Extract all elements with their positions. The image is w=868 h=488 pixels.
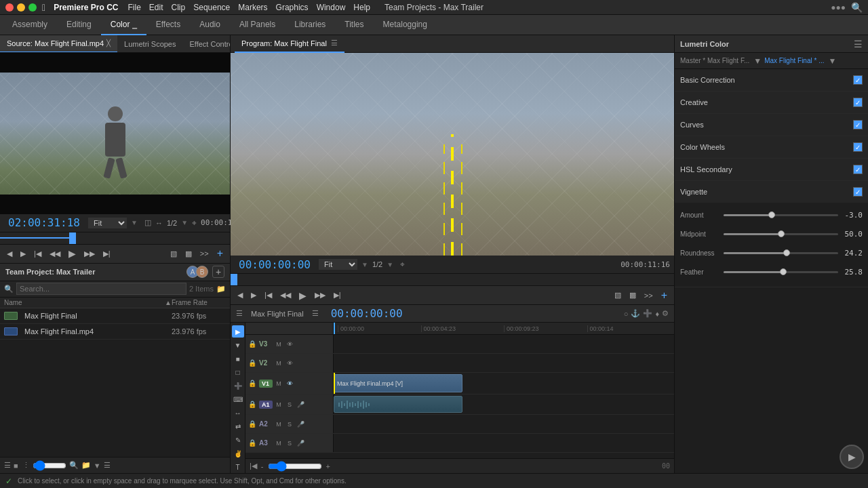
tab-effects[interactable]: Effects xyxy=(146,15,190,35)
a2-lock-icon[interactable]: 🔒 xyxy=(248,420,258,428)
basic-correction-header[interactable]: Basic Correction ✓ xyxy=(675,69,868,91)
prog-btn-mark-out[interactable]: ▶ xyxy=(248,289,259,301)
btn-export-frame[interactable]: >> xyxy=(197,248,212,259)
source-close[interactable]: ╳ xyxy=(106,39,111,47)
midpoint-slider[interactable] xyxy=(724,233,838,235)
btn-mark-in[interactable]: ◀ xyxy=(4,248,15,260)
tab-allpanels[interactable]: All Panels xyxy=(230,15,285,35)
a2-mute-btn[interactable]: M xyxy=(274,420,283,429)
creative-checkbox[interactable]: ✓ xyxy=(853,98,863,107)
tool-pen[interactable]: ✎ xyxy=(232,434,244,446)
btn-play[interactable]: ▶ xyxy=(66,247,79,260)
sort-icon[interactable]: ▲ xyxy=(165,299,172,306)
list-view-btn[interactable]: ☰ xyxy=(4,461,11,470)
a2-solo-btn[interactable]: S xyxy=(285,420,294,429)
color-wheels-header[interactable]: Color Wheels ✓ xyxy=(675,136,868,158)
tool-track-select[interactable]: ▼ xyxy=(232,339,244,351)
tl-footer-go-start[interactable]: |◀ xyxy=(250,462,257,470)
prog-btn-next-frame[interactable]: ▶▶ xyxy=(312,289,328,301)
source-scrubber[interactable] xyxy=(0,232,230,244)
tl-zoom-slider[interactable] xyxy=(268,462,322,470)
project-search-input[interactable] xyxy=(16,283,186,295)
track-content-a1[interactable] xyxy=(334,394,674,414)
btn-mark-out[interactable]: ▶ xyxy=(18,248,28,260)
add-user-button[interactable]: + xyxy=(212,266,224,278)
v3-mute-btn[interactable]: M xyxy=(274,340,283,349)
tl-footer-zoom-out[interactable]: - xyxy=(261,462,264,470)
menu-clip[interactable]: Clip xyxy=(172,3,186,12)
program-timecode[interactable]: 00:00:00:00 xyxy=(235,257,315,272)
a1-mute-btn[interactable]: M xyxy=(274,400,283,409)
sort-btn[interactable]: ▼ xyxy=(94,462,101,470)
program-crop-icon[interactable]: ⌖ xyxy=(400,260,405,269)
menu-markers[interactable]: Markers xyxy=(238,3,267,12)
amount-handle[interactable] xyxy=(768,211,775,218)
close-button[interactable] xyxy=(5,3,14,12)
btn-next-frame[interactable]: ▶▶ xyxy=(81,248,98,260)
track-content-v1[interactable]: Max Flight Final.mp4 [V] xyxy=(334,373,674,394)
program-scrubber-handle[interactable] xyxy=(231,274,237,285)
prog-btn-go-out[interactable]: ▶| xyxy=(331,289,344,301)
btn-prev-frame[interactable]: ◀◀ xyxy=(47,248,63,260)
tool-select[interactable]: ▶ xyxy=(232,325,244,338)
tool-slip[interactable]: ↔ xyxy=(232,407,244,419)
tool-rate-stretch[interactable]: ➕ xyxy=(232,380,244,392)
btn-go-in[interactable]: |◀ xyxy=(31,248,44,260)
v2-lock-icon[interactable]: 🔒 xyxy=(248,359,258,367)
slider-zoom[interactable]: ⋮ xyxy=(22,461,30,470)
btn-go-out[interactable]: ▶| xyxy=(100,248,113,260)
maximize-button[interactable] xyxy=(28,3,37,12)
tl-link-btn[interactable]: ⚓ xyxy=(631,309,640,318)
tl-snap-btn[interactable]: ○ xyxy=(624,309,629,318)
track-content-v2[interactable] xyxy=(334,354,674,372)
tab-assembly[interactable]: Assembly xyxy=(3,15,57,35)
hsl-secondary-checkbox[interactable]: ✓ xyxy=(853,165,863,174)
apple-menu[interactable]:  xyxy=(42,2,45,13)
list-item[interactable]: Max Flight Final 23.976 fps xyxy=(0,308,230,324)
tl-settings-btn[interactable]: ⚙ xyxy=(662,309,669,318)
feather-handle[interactable] xyxy=(780,268,787,275)
source-timecode[interactable]: 02:00:31:18 xyxy=(4,215,84,230)
clip-v1[interactable]: Max Flight Final.mp4 [V] xyxy=(334,374,462,392)
hsl-secondary-header[interactable]: HSL Secondary ✓ xyxy=(675,159,868,180)
a3-lock-icon[interactable]: 🔒 xyxy=(248,439,258,447)
a1-mic-btn[interactable]: 🎤 xyxy=(296,400,305,409)
lumetri-play-button[interactable]: ▶ xyxy=(840,445,864,469)
menu-file[interactable]: File xyxy=(128,3,141,12)
vignette-header[interactable]: Vignette ✓ xyxy=(675,181,868,203)
tl-marker-btn[interactable]: ♦ xyxy=(655,309,659,318)
tl-footer-zoom-in[interactable]: + xyxy=(326,462,330,470)
v1-eye-btn[interactable]: 👁 xyxy=(285,379,294,388)
clip-a1[interactable] xyxy=(334,396,462,413)
tab-lumetri-scopes[interactable]: Lumetri Scopes xyxy=(117,35,182,53)
roundness-handle[interactable] xyxy=(783,249,790,256)
track-content-v3[interactable] xyxy=(334,335,674,353)
search-icon[interactable]: 🔍 xyxy=(4,285,14,293)
v3-lock-icon[interactable]: 🔒 xyxy=(248,340,258,348)
bc-dropdown-2[interactable]: ▼ xyxy=(829,56,837,66)
creative-header[interactable]: Creative ✓ xyxy=(675,92,868,113)
new-bin-button[interactable]: 📁 xyxy=(216,285,226,293)
tool-ripple[interactable]: ■ xyxy=(232,352,244,365)
tab-color[interactable]: Color ⎯ xyxy=(101,15,146,35)
btn-insert[interactable]: ▧ xyxy=(167,248,180,260)
prog-btn-play[interactable]: ▶ xyxy=(296,289,309,302)
source-button-safe[interactable]: ↔ xyxy=(155,219,163,227)
lumetri-menu-btn[interactable]: ☰ xyxy=(854,39,863,49)
tab-program[interactable]: Program: Max Flight Final ☰ xyxy=(235,35,344,53)
scrubber-handle[interactable] xyxy=(69,232,76,244)
tab-editing[interactable]: Editing xyxy=(57,15,101,35)
a2-mic-btn[interactable]: 🎤 xyxy=(296,420,305,429)
tool-type[interactable]: T xyxy=(232,461,244,473)
v2-eye-btn[interactable]: 👁 xyxy=(285,359,294,368)
prog-btn-add[interactable]: + xyxy=(658,288,670,303)
prog-btn-prev-frame[interactable]: ◀◀ xyxy=(277,289,294,301)
program-menu[interactable]: ☰ xyxy=(331,39,338,47)
v2-mute-btn[interactable]: M xyxy=(274,359,283,368)
curves-header[interactable]: Curves ✓ xyxy=(675,114,868,136)
tool-slide[interactable]: ⇄ xyxy=(232,420,244,432)
tab-effect-controls[interactable]: Effect Controls xyxy=(183,35,231,53)
menu-graphics[interactable]: Graphics xyxy=(276,3,309,12)
minimize-button[interactable] xyxy=(17,3,25,12)
track-content-a2[interactable] xyxy=(334,415,674,433)
